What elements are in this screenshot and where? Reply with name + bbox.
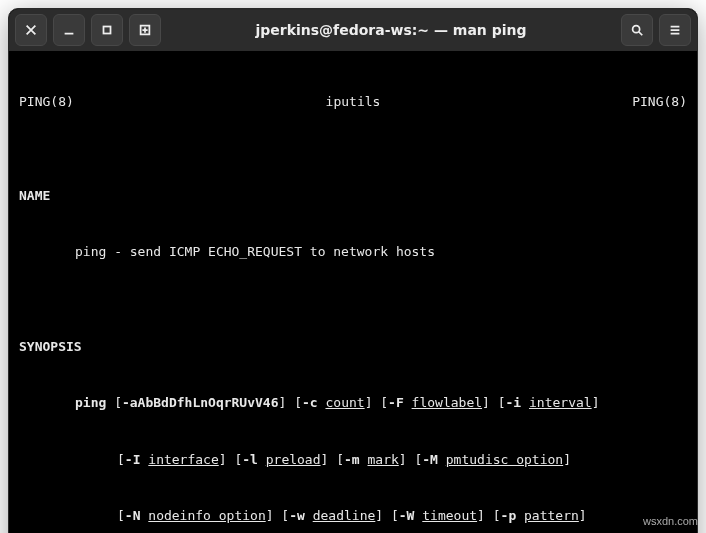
menu-button[interactable]	[659, 14, 691, 46]
man-header-left: PING(8)	[19, 93, 74, 112]
man-header-row: PING(8) iputils PING(8)	[19, 93, 687, 112]
syn-pattern: pattern	[524, 508, 579, 523]
titlebar-left-group	[15, 14, 161, 46]
maximize-icon	[100, 23, 114, 37]
syn-N: -N	[125, 508, 141, 523]
syn-timeout: timeout	[422, 508, 477, 523]
syn-cmd: ping	[75, 395, 106, 410]
syn-pmtudisc: pmtudisc option	[446, 452, 563, 467]
close-button[interactable]	[15, 14, 47, 46]
minimize-icon	[62, 23, 76, 37]
syn-M: -M	[422, 452, 438, 467]
window-title: jperkins@fedora-ws:~ — man ping	[167, 22, 615, 38]
syn-c: -c	[302, 395, 318, 410]
section-synopsis-heading: SYNOPSIS	[19, 338, 687, 357]
syn-mark: mark	[368, 452, 399, 467]
svg-point-2	[633, 26, 640, 33]
search-button[interactable]	[621, 14, 653, 46]
syn-i: -i	[506, 395, 522, 410]
man-header-center: iputils	[74, 93, 632, 112]
syn-l: -l	[242, 452, 258, 467]
syn-p: -p	[501, 508, 517, 523]
syn-deadline: deadline	[313, 508, 376, 523]
titlebar: jperkins@fedora-ws:~ — man ping	[9, 9, 697, 51]
man-header-right: PING(8)	[632, 93, 687, 112]
svg-rect-0	[104, 27, 111, 34]
maximize-button[interactable]	[91, 14, 123, 46]
new-tab-icon	[138, 23, 152, 37]
syn-flowlabel: flowlabel	[412, 395, 482, 410]
syn-interface: interface	[148, 452, 218, 467]
hamburger-icon	[668, 23, 682, 37]
syn-I: -I	[125, 452, 141, 467]
syn-w: -w	[289, 508, 305, 523]
syn-preload: preload	[266, 452, 321, 467]
minimize-button[interactable]	[53, 14, 85, 46]
name-line: ping - send ICMP ECHO_REQUEST to network…	[75, 243, 687, 262]
syn-interval: interval	[529, 395, 592, 410]
syn-F: -F	[388, 395, 404, 410]
syn-flags: -aAbBdDfhLnOqrRUvV46	[122, 395, 279, 410]
syn-m: -m	[344, 452, 360, 467]
syn-W: -W	[399, 508, 415, 523]
syn-count: count	[325, 395, 364, 410]
new-tab-button[interactable]	[129, 14, 161, 46]
synopsis-line-3: [-N nodeinfo option] [-w deadline] [-W t…	[117, 507, 687, 526]
synopsis-line-2: [-I interface] [-l preload] [-m mark] [-…	[117, 451, 687, 470]
terminal-viewport[interactable]: PING(8) iputils PING(8) NAME ping - send…	[9, 51, 697, 533]
search-icon	[630, 23, 644, 37]
syn-nodeinfo: nodeinfo option	[148, 508, 265, 523]
watermark: wsxdn.com	[643, 515, 698, 527]
terminal-window: jperkins@fedora-ws:~ — man ping PING(8) …	[8, 8, 698, 533]
close-icon	[24, 23, 38, 37]
synopsis-line-1: ping [-aAbBdDfhLnOqrRUvV46] [-c count] […	[75, 394, 687, 413]
titlebar-right-group	[621, 14, 691, 46]
section-name-heading: NAME	[19, 187, 687, 206]
